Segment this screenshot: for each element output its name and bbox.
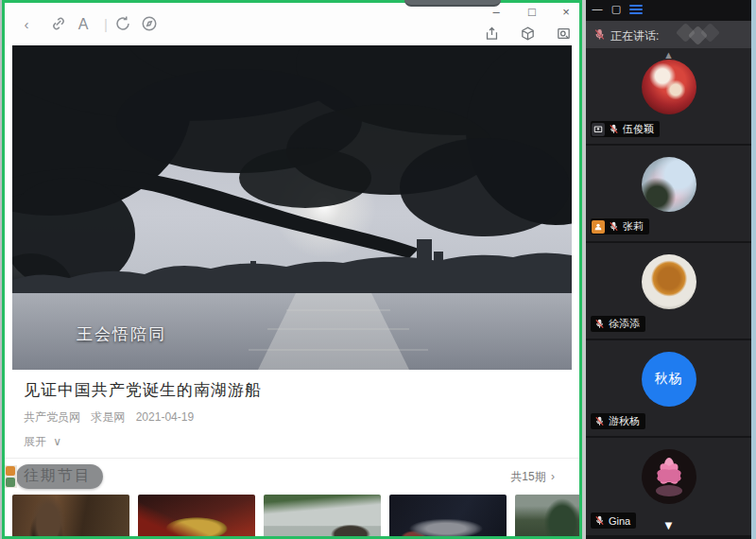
scroll-down-icon[interactable]: ▼ — [662, 518, 675, 532]
participant-name: 游秋杨 — [609, 414, 640, 428]
lake-scene-art — [12, 45, 572, 370]
muted-mic-icon — [594, 515, 605, 526]
participant-name-bar: 徐添添 — [591, 316, 645, 332]
desktop-edge-strip — [751, 0, 756, 539]
avatar — [642, 449, 696, 504]
meeting-participants-panel: — ▢ 正在讲话: ▲ — [586, 0, 751, 539]
participant-name-bar: 张莉 — [591, 218, 649, 235]
article-date: 2021-04-19 — [136, 410, 194, 424]
participant-tile[interactable]: ▲ 伍俊颖 — [586, 48, 751, 144]
browser-toolbar: ‹ A | – □ × — [5, 3, 579, 45]
reader-mode-icon[interactable] — [141, 15, 158, 32]
expand-toggle[interactable]: 展开 ∨ — [24, 434, 61, 450]
video-subtitle: 王会悟陪同 — [77, 323, 166, 345]
muted-mic-icon — [594, 319, 605, 329]
screen-share-badge-icon — [592, 123, 605, 136]
participant-name: 伍俊颖 — [623, 122, 654, 136]
participant-name-bar: Gina — [591, 513, 636, 529]
avatar-initials: 秋杨 — [655, 371, 683, 388]
article-meta: 共产党员网 求是网 2021-04-19 — [24, 409, 201, 426]
chevron-right-icon: › — [551, 470, 555, 483]
participant-tile[interactable]: 张莉 — [586, 146, 751, 241]
meeting-logo-watermark — [679, 26, 726, 44]
lotus-art — [642, 449, 696, 504]
panel-menu-icon[interactable] — [629, 5, 643, 16]
shared-browser-window: ‹ A | – □ × — [2, 0, 582, 539]
link-icon[interactable] — [50, 15, 67, 32]
toolbar-divider: | — [95, 3, 116, 45]
avatar — [642, 157, 696, 212]
window-close-button[interactable]: × — [557, 5, 576, 20]
panel-restore-icon[interactable]: ▢ — [609, 3, 624, 15]
article-source-2[interactable]: 求是网 — [91, 410, 125, 424]
avatar: 秋杨 — [642, 352, 696, 407]
refresh-icon[interactable] — [114, 15, 131, 32]
episode-thumbnail-3[interactable] — [264, 495, 381, 539]
participant-name: 徐添添 — [609, 317, 640, 331]
section-divider — [5, 458, 579, 459]
participant-tile[interactable]: 秋杨 游秋杨 — [586, 340, 751, 436]
participant-name-bar: 伍俊颖 — [591, 121, 660, 137]
window-maximize-button[interactable]: □ — [523, 5, 541, 20]
share-page-icon[interactable] — [484, 26, 500, 45]
speaking-mic-icon — [593, 28, 606, 41]
edge-docked-widget[interactable] — [5, 465, 17, 488]
3d-cube-icon[interactable] — [520, 26, 536, 45]
participant-name: 张莉 — [623, 219, 644, 234]
screenshare-control-bar[interactable] — [404, 0, 501, 7]
participant-name-bar: 游秋杨 — [591, 413, 645, 429]
host-badge-icon — [592, 220, 605, 234]
font-size-icon[interactable]: A — [73, 3, 94, 45]
episode-thumbnail-5[interactable] — [515, 495, 582, 539]
article-title: 见证中国共产党诞生的南湖游船 — [24, 379, 262, 401]
participant-tiles: ▲ 伍俊颖 — [586, 48, 751, 537]
avatar — [642, 254, 696, 309]
muted-mic-icon — [609, 221, 619, 232]
participant-tile[interactable]: 徐添添 — [586, 243, 751, 339]
episode-thumbnail-4[interactable] — [389, 495, 507, 539]
window-minimize-button[interactable]: – — [487, 5, 506, 20]
speaking-indicator-row: 正在讲话: — [586, 21, 751, 48]
panel-header: — ▢ — [586, 0, 751, 21]
avatar — [642, 60, 696, 114]
panel-minimize-icon[interactable]: — — [590, 3, 605, 14]
episode-thumbnail-2[interactable] — [138, 495, 255, 539]
participant-name: Gina — [609, 515, 630, 527]
multi-window-icon[interactable] — [556, 26, 572, 45]
speaking-label: 正在讲话: — [610, 28, 659, 44]
participant-tile[interactable]: Gina ▼ — [586, 438, 751, 535]
video-frame[interactable]: 王会悟陪同 — [12, 45, 572, 370]
back-icon[interactable]: ‹ — [16, 3, 37, 45]
muted-mic-icon — [594, 416, 605, 426]
episode-thumbnail-1[interactable] — [12, 495, 129, 539]
widget-green-icon — [6, 478, 15, 487]
episodes-count-link[interactable]: 共15期 › — [510, 469, 555, 485]
widget-orange-icon — [6, 466, 15, 476]
floating-meeting-pill[interactable] — [16, 464, 103, 489]
muted-mic-icon — [609, 124, 619, 134]
article-source-1[interactable]: 共产党员网 — [24, 410, 80, 424]
chevron-down-icon: ∨ — [53, 435, 61, 448]
